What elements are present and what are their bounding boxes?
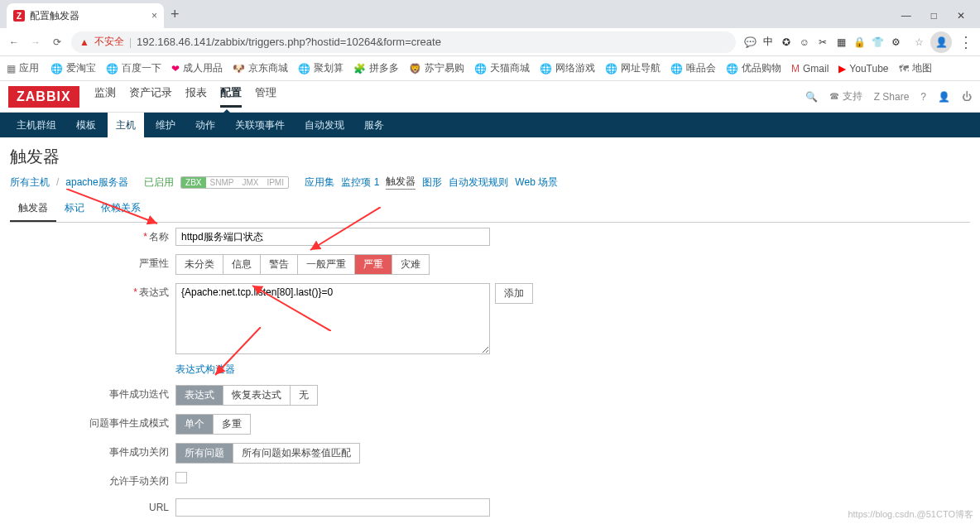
trigger-form: *名称 严重性 未分类信息警告一般严重严重灾难 *表达式 {Apache:net…: [10, 228, 970, 524]
extension-icon[interactable]: ▦: [833, 35, 848, 50]
main-nav-item[interactable]: 报表: [185, 85, 207, 108]
bookmark-item[interactable]: ❤成人用品: [171, 61, 223, 75]
ok-close-group: 所有问题所有问题如果标签值匹配: [175, 443, 360, 464]
main-nav-item[interactable]: 管理: [255, 85, 276, 108]
crumb-all-hosts[interactable]: 所有主机: [10, 175, 50, 190]
back-icon[interactable]: ←: [7, 36, 22, 48]
bookmark-item[interactable]: 🌐天猫商城: [474, 61, 530, 75]
extension-icon[interactable]: ✪: [779, 35, 794, 50]
status-enabled: 已启用: [144, 175, 174, 190]
manual-close-checkbox[interactable]: [175, 472, 187, 483]
bookmark-item[interactable]: 🐶京东商城: [233, 61, 288, 75]
extension-icon[interactable]: ☺: [797, 35, 812, 50]
add-expression-button[interactable]: 添加: [495, 283, 533, 304]
segment-option[interactable]: 灾难: [392, 254, 430, 275]
segment-option[interactable]: 所有问题如果标签值匹配: [233, 443, 360, 464]
help-icon[interactable]: ?: [920, 91, 926, 103]
url-input[interactable]: [175, 498, 490, 517]
new-tab-button[interactable]: +: [171, 6, 180, 23]
bookmark-star-icon[interactable]: ☆: [915, 36, 924, 48]
segment-option[interactable]: 表达式: [175, 385, 223, 406]
extension-icon[interactable]: 💬: [742, 35, 757, 50]
name-input[interactable]: [175, 228, 490, 246]
user-icon[interactable]: 👤: [938, 91, 950, 103]
segment-option[interactable]: 单个: [175, 414, 214, 435]
bookmark-item[interactable]: MGmail: [791, 61, 829, 75]
bookmark-item[interactable]: 🌐百度一下: [106, 61, 161, 75]
zabbix-header: ZABBIX 监测资产记录报表配置管理 🔍 ☎ 支持 Z Share ? 👤 ⏻: [0, 81, 980, 113]
segment-option[interactable]: 严重: [355, 254, 392, 275]
url-box[interactable]: ▲ 不安全 | 192.168.46.141/zabbix/triggers.p…: [71, 31, 736, 53]
bookmark-item[interactable]: 🌐唯品会: [670, 61, 716, 75]
problem-mode-group: 单个多重: [175, 414, 251, 435]
crumb-web[interactable]: Web 场景: [515, 175, 558, 190]
form-tab[interactable]: 触发器: [10, 196, 56, 222]
browser-menu-icon[interactable]: ⋮: [958, 33, 973, 51]
bookmark-item[interactable]: 🌐爱淘宝: [50, 61, 96, 75]
form-tab[interactable]: 标记: [56, 196, 93, 222]
search-icon[interactable]: 🔍: [805, 91, 818, 103]
power-icon[interactable]: ⏻: [962, 91, 972, 103]
segment-option[interactable]: 一般严重: [298, 254, 355, 275]
segment-option[interactable]: 多重: [214, 414, 251, 435]
support-link[interactable]: ☎ 支持: [829, 89, 862, 103]
bookmark-item[interactable]: 🌐聚划算: [298, 61, 343, 75]
sub-nav-item[interactable]: 维护: [147, 113, 184, 138]
browser-tab[interactable]: Z 配置触发器 ×: [7, 3, 164, 28]
extension-icon[interactable]: 👕: [870, 35, 885, 50]
crumb-graphs[interactable]: 图形: [422, 175, 442, 190]
segment-option[interactable]: 信息: [223, 254, 261, 275]
segment-option[interactable]: 未分类: [175, 254, 223, 275]
severity-group: 未分类信息警告一般严重严重灾难: [175, 254, 430, 275]
crumb-discovery[interactable]: 自动发现规则: [449, 175, 508, 190]
segment-option[interactable]: 无: [291, 385, 318, 406]
extension-icon[interactable]: 中: [761, 35, 776, 50]
sub-nav-item[interactable]: 关联项事件: [227, 113, 293, 138]
crumb-host[interactable]: apache服务器: [65, 175, 127, 190]
main-nav-item[interactable]: 配置: [220, 85, 242, 108]
tab-close-icon[interactable]: ×: [151, 10, 157, 22]
bookmark-item[interactable]: 🌐网址导航: [605, 61, 661, 75]
bookmark-item[interactable]: 🌐网络游戏: [540, 61, 595, 75]
extension-icon[interactable]: ⚙: [888, 35, 903, 50]
sub-nav-item[interactable]: 自动发现: [296, 113, 353, 138]
bookmark-item[interactable]: 🦁苏宁易购: [409, 61, 464, 75]
segment-option[interactable]: 所有问题: [175, 443, 233, 464]
label-ok-close: 事件成功关闭: [109, 446, 169, 458]
sub-nav-item[interactable]: 主机群组: [8, 113, 65, 138]
zabbix-logo[interactable]: ZABBIX: [8, 86, 79, 108]
sub-nav-item[interactable]: 服务: [356, 113, 392, 138]
maximize-icon[interactable]: □: [931, 10, 937, 22]
extension-icon[interactable]: ✂: [815, 35, 830, 50]
share-link[interactable]: Z Share: [874, 91, 910, 103]
bookmark-item[interactable]: 🗺地图: [899, 61, 932, 75]
expression-builder-link[interactable]: 表达式构造器: [175, 363, 235, 377]
minimize-icon[interactable]: —: [901, 10, 911, 22]
url-text: 192.168.46.141/zabbix/triggers.php?hosti…: [137, 36, 441, 48]
bookmark-item[interactable]: 🌐优品购物: [726, 61, 781, 75]
sub-nav-item[interactable]: 动作: [187, 113, 223, 138]
segment-option[interactable]: 恢复表达式: [223, 385, 291, 406]
profile-avatar[interactable]: 👤: [930, 31, 952, 53]
form-tabs: 触发器标记依赖关系: [10, 196, 970, 223]
apps-button[interactable]: ▦应用: [7, 61, 39, 75]
crumb-triggers[interactable]: 触发器: [386, 175, 416, 190]
close-window-icon[interactable]: ✕: [957, 10, 965, 22]
form-tab[interactable]: 依赖关系: [93, 196, 149, 222]
browser-tabs-strip: Z 配置触发器 × + — □ ✕: [0, 0, 980, 28]
forward-icon[interactable]: →: [28, 36, 43, 48]
crumb-items[interactable]: 监控项 1: [341, 175, 379, 190]
sub-nav-item[interactable]: 模板: [68, 113, 104, 138]
reload-icon[interactable]: ⟳: [50, 36, 65, 48]
bookmark-item[interactable]: 🧩拼多多: [353, 61, 399, 75]
crumb-apps[interactable]: 应用集: [305, 175, 334, 190]
bookmark-item[interactable]: ▶YouTube: [838, 61, 888, 75]
label-problem-mode: 问题事件生成模式: [89, 417, 169, 429]
extension-icon[interactable]: 🔒: [852, 35, 867, 50]
main-nav-item[interactable]: 监测: [94, 85, 116, 108]
expression-input[interactable]: {Apache:net.tcp.listen[80].last()}=0: [175, 283, 490, 354]
sub-nav-item[interactable]: 主机: [108, 113, 144, 138]
main-nav-item[interactable]: 资产记录: [129, 85, 172, 108]
segment-option[interactable]: 警告: [261, 254, 298, 275]
label-manual-close: 允许手动关闭: [109, 475, 169, 487]
